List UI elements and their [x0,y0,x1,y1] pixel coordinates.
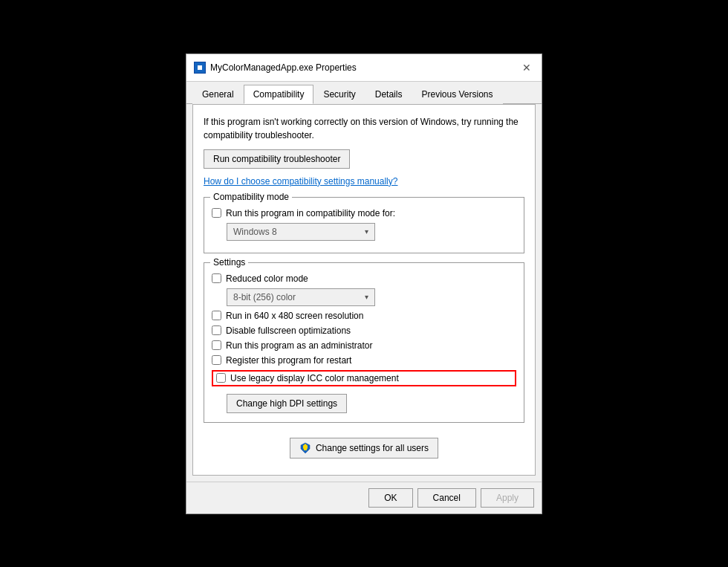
dialog-footer: OK Cancel Apply [186,482,542,513]
tab-bar: General Compatibility Security Details P… [186,82,542,104]
tab-security[interactable]: Security [313,85,365,104]
resolution-checkbox[interactable] [212,311,221,320]
icc-label: Use legacy display ICC color management [230,373,399,383]
color-dropdown-value: 8-bit (256) color [233,292,296,302]
tab-previous-versions[interactable]: Previous Versions [412,85,502,104]
restart-checkbox[interactable] [212,355,221,365]
title-bar: MyColorManagedApp.exe Properties ✕ [186,54,542,82]
tab-content: If this program isn't working correctly … [192,104,536,476]
admin-label: Run this program as an administrator [226,340,372,351]
reduced-color-checkbox[interactable] [212,273,221,283]
close-button[interactable]: ✕ [519,60,534,75]
compat-mode-label: Compatibility mode [210,192,292,202]
resolution-label: Run in 640 x 480 screen resolution [226,311,363,321]
reduced-color-label: Reduced color mode [226,273,308,284]
properties-dialog: MyColorManagedApp.exe Properties ✕ Gener… [186,54,542,514]
fullscreen-label: Disable fullscreen optimizations [226,325,351,336]
svg-rect-1 [198,65,202,70]
compatibility-mode-group: Compatibility mode Run this program in c… [204,197,524,253]
compat-mode-dropdown[interactable]: Windows 8 ▾ [227,223,375,241]
color-dropdown[interactable]: 8-bit (256) color ▾ [227,288,375,306]
change-settings-label: Change settings for all users [316,443,429,453]
compat-mode-checkbox-row: Run this program in compatibility mode f… [212,208,516,218]
settings-item-1: Run in 640 x 480 screen resolution [212,311,516,321]
help-link[interactable]: How do I choose compatibility settings m… [204,176,524,187]
cancel-button[interactable]: Cancel [417,488,476,508]
app-icon [194,62,206,74]
fullscreen-checkbox[interactable] [212,325,221,335]
tab-compatibility[interactable]: Compatibility [244,85,314,104]
settings-item-0: Reduced color mode [212,273,516,284]
color-dropdown-arrow: ▾ [365,293,368,301]
admin-checkbox[interactable] [212,340,221,350]
icc-checkbox[interactable] [216,373,226,383]
compat-mode-checkbox[interactable] [212,208,221,218]
tab-general[interactable]: General [192,85,244,104]
settings-label: Settings [210,257,248,268]
dialog-title: MyColorManagedApp.exe Properties [210,62,357,73]
svg-rect-5 [304,447,307,450]
title-bar-left: MyColorManagedApp.exe Properties [194,62,357,74]
settings-item-5-highlighted: Use legacy display ICC color management [212,370,516,386]
run-troubleshooter-button[interactable]: Run compatibility troubleshooter [204,149,350,169]
compat-mode-dropdown-value: Windows 8 [233,227,277,237]
apply-button[interactable]: Apply [481,488,534,508]
change-settings-all-users-button[interactable]: Change settings for all users [290,438,438,459]
compat-mode-checkbox-label: Run this program in compatibility mode f… [226,208,395,218]
settings-item-3: Run this program as an administrator [212,340,516,351]
settings-group: Settings Reduced color mode 8-bit (256) … [204,262,524,423]
intro-text: If this program isn't working correctly … [204,115,524,142]
shield-icon [299,442,311,454]
compat-mode-dropdown-arrow: ▾ [365,227,368,236]
ok-button[interactable]: OK [368,488,412,508]
settings-item-2: Disable fullscreen optimizations [212,325,516,336]
change-dpi-button[interactable]: Change high DPI settings [227,394,347,413]
tab-details[interactable]: Details [365,85,412,104]
restart-label: Register this program for restart [226,355,351,366]
settings-item-4: Register this program for restart [212,355,516,366]
